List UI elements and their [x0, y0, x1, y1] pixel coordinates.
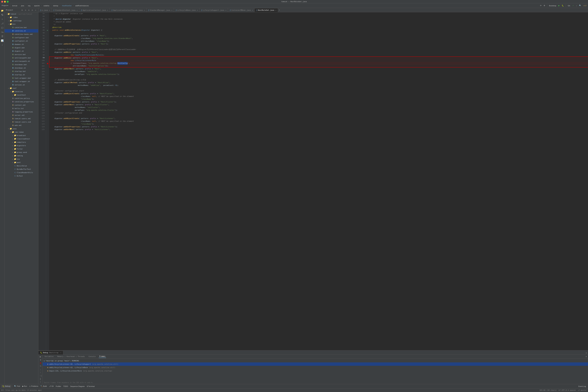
maximize-button[interactable]: [7, 1, 9, 2]
tab-standardcontext[interactable]: J StandardContext.java ✕: [52, 8, 79, 12]
search-button[interactable]: 🔍: [578, 4, 582, 7]
debug-button[interactable]: 🐛: [561, 4, 565, 7]
profiler-button[interactable]: Profiler: [55, 385, 62, 388]
close-tab-icon[interactable]: ✕: [77, 9, 78, 11]
debug-frame-2[interactable]: m addLifecycleListener:62, LifecycleBase…: [43, 366, 588, 369]
tree-item-shutdown-sh[interactable]: ▸ 🖹 shutdown.sh: [5, 66, 38, 70]
evaluate-button[interactable]: ∑: [39, 378, 42, 380]
tab-lifecyclebase[interactable]: J LifecycleBase.java ✕: [174, 8, 199, 12]
close-tab-icon[interactable]: ✕: [252, 9, 253, 11]
git-check[interactable]: ✓: [572, 4, 575, 7]
tree-item-nio[interactable]: ▸ 📁 nio: [5, 157, 38, 161]
tree-item-tool-wrapper-bat[interactable]: ▸ 🖹 tool-wrapper.bat: [5, 76, 38, 80]
subtab-console[interactable]: Console: [88, 355, 96, 358]
terminal-button[interactable]: $ Terminal: [86, 385, 96, 388]
tree-item-service-bat[interactable]: ▸ 🖹 service.bat: [5, 53, 38, 56]
code-area[interactable]: 83 84 85 86 87 88 89 90 91 92 93 94 95 9…: [38, 12, 588, 350]
project-icon[interactable]: 📁: [0, 8, 4, 12]
json-parser-icon[interactable]: {}: [0, 26, 4, 30]
run-bottom-button[interactable]: ▶ Run: [22, 385, 28, 388]
tree-item-BasicValue[interactable]: ▸ C BasicValue: [5, 164, 38, 168]
nav-catalina[interactable]: catalina: [43, 4, 50, 7]
sequence-diagram-button[interactable]: Sequence Diagram: [69, 385, 85, 388]
project-menu[interactable]: Project ▾: [1, 4, 9, 7]
tree-item-catalina-folder[interactable]: ▾ 📁 Catalina: [5, 90, 38, 93]
tree-item-java[interactable]: ▾ 📁 java: [5, 127, 38, 130]
close-tab-icon[interactable]: ✕: [107, 9, 108, 11]
tree-item-catalina-bat[interactable]: ▸ 🖹 catalina.bat: [5, 26, 38, 29]
event-log-button[interactable]: Event Log: [577, 385, 587, 388]
debug-frame-3[interactable]: m begin:131, LifecycleListenerRule (org.…: [43, 369, 588, 372]
tree-item-idea[interactable]: ▸ 📁 .idea: [5, 16, 38, 19]
nav-tomcat[interactable]: tomcat: [11, 4, 18, 7]
tab-containermbean[interactable]: J ContainerMBean.java ✕: [228, 8, 254, 12]
minimize-button[interactable]: [4, 1, 6, 2]
pull-requests-icon[interactable]: ⬇: [0, 17, 4, 21]
collapse-icon[interactable]: ⊞: [21, 9, 24, 12]
run-button[interactable]: ▶: [558, 4, 560, 7]
codota-icon[interactable]: ⚡: [0, 43, 4, 47]
tree-item-com-luban[interactable]: ▾ 📁 com.luban: [5, 130, 38, 134]
subtab-memory[interactable]: Memory | Overhead | Threads: [57, 355, 86, 358]
tab-e-java[interactable]: J e.java ✕: [38, 8, 52, 12]
build-button[interactable]: 🔨 Build: [40, 385, 48, 388]
ant-icon[interactable]: 🐜: [0, 30, 4, 34]
resume-button[interactable]: ▶: [39, 355, 42, 358]
tree-item-startup-bat[interactable]: ▸ 🖹 startup.bat: [5, 70, 38, 73]
step-out-button[interactable]: ↑: [39, 371, 42, 374]
pause-button[interactable]: ⏸: [39, 358, 42, 362]
tree-item-classloadtest[interactable]: ▸ 📁 classloadtest: [5, 137, 38, 140]
tree-item-tool-wrapper-sh[interactable]: ▸ 🖹 tool-wrapper.sh: [5, 80, 38, 83]
close-tab-icon[interactable]: ✕: [144, 9, 145, 11]
tree-item-server-xml[interactable]: ▸ 🖹 server.xml: [5, 114, 38, 117]
tree-item-broadcast[interactable]: ▸ 📁 broadcast: [5, 134, 38, 137]
tree-item-group-send[interactable]: ▸ 📁 group.send: [5, 150, 38, 154]
tree-item-tomcat-users-xsd[interactable]: ▸ 🖹 tomcat-users.xsd: [5, 120, 38, 124]
run-to-cursor-button[interactable]: →|: [39, 374, 42, 377]
step-into-button[interactable]: ↓: [39, 368, 42, 371]
close-tab-icon[interactable]: ✕: [197, 9, 198, 11]
close-tab-icon[interactable]: ✕: [49, 9, 50, 11]
tree-item-version-sh[interactable]: ▸ 🖹 version.sh: [5, 83, 38, 86]
tree-item-configtest-sh[interactable]: ▸ 🖹 configtest.sh: [5, 39, 38, 43]
tab-applicationcontextfacade[interactable]: J ApplicationContextFacade.java ✕: [110, 8, 146, 12]
tree-item-catalina-tasks[interactable]: ▸ 🖹 catalina-tasks.xml: [5, 32, 38, 36]
git-icon[interactable]: ⎇: [0, 22, 4, 26]
stop-button[interactable]: ■: [39, 362, 42, 364]
tree-item-daemon-sh[interactable]: ▸ 🖹 daemon.sh: [5, 43, 38, 46]
tree-item-pool[interactable]: ▸ 📁 pool: [5, 161, 38, 164]
git-button[interactable]: Git:: [567, 4, 571, 7]
tree-item-conf[interactable]: ▾ 📁 conf: [5, 86, 38, 90]
subtab-frames[interactable]: Frames: [99, 355, 106, 358]
database-icon[interactable]: 🗄: [0, 34, 4, 38]
tree-item-logging-properties[interactable]: ▸ 🖹 logging.properties: [5, 110, 38, 114]
tree-item-tomcat[interactable]: ▾ 📁 tomcat ~/gitlab/tomcat: [5, 12, 38, 16]
tree-item-ByteBufferTest[interactable]: ▸ C ByteBufferTest: [5, 168, 38, 171]
gutter-101-breakpoint[interactable]: ●: [46, 62, 49, 65]
tree-item-shutdown-bat[interactable]: ▸ 🖹 shutdown.bat: [5, 63, 38, 66]
step-over-button[interactable]: ↷: [39, 365, 42, 368]
tree-item-setclasspath-bat[interactable]: ▸ 🖹 setclasspath.bat: [5, 56, 38, 60]
close-button[interactable]: [1, 1, 3, 2]
nav-startup[interactable]: startup: [52, 4, 59, 7]
tree-item-hello-txt[interactable]: ▸ 🖹 hello.txt: [5, 107, 38, 110]
settings-gear-icon[interactable]: ⚙: [31, 9, 34, 12]
tree-item-filter[interactable]: ▸ 📁 filter: [5, 147, 38, 150]
close-tab-icon[interactable]: ✕: [171, 9, 172, 11]
nav-hostruleset[interactable]: HostRuleSet: [61, 4, 72, 7]
sync-button[interactable]: ⟳: [539, 4, 542, 7]
git-push[interactable]: ↑: [575, 4, 578, 7]
tree-item-catalina-properties[interactable]: ▸ 🖹 catalina.properties: [5, 100, 38, 103]
settings-button[interactable]: ⚙: [543, 4, 546, 7]
git-bottom-button[interactable]: ⎇ Git: [48, 385, 54, 388]
close-tab-icon[interactable]: ✕: [275, 9, 276, 11]
tree-item-digesterx[interactable]: ▸ 📁 digesterx: [5, 144, 38, 147]
tree-item-web-xml[interactable]: ▸ 🖹 web.xml: [5, 124, 38, 127]
tree-item-bin[interactable]: ▾ 📁 bin: [5, 22, 38, 26]
subtab-variables[interactable]: Variables: [44, 355, 54, 358]
bootstrap-select[interactable]: Bootstrap: [548, 4, 557, 7]
tree-item-localhost[interactable]: ▸ 📁 localhost: [5, 93, 38, 96]
tree-item-tomcat-users-xml[interactable]: ▸ 🖹 tomcat-users.xml: [5, 117, 38, 120]
tree-item-setclasspath-sh[interactable]: ▸ 🖹 setclasspath.sh: [5, 60, 38, 63]
close-panel-icon[interactable]: ✕: [34, 9, 37, 12]
